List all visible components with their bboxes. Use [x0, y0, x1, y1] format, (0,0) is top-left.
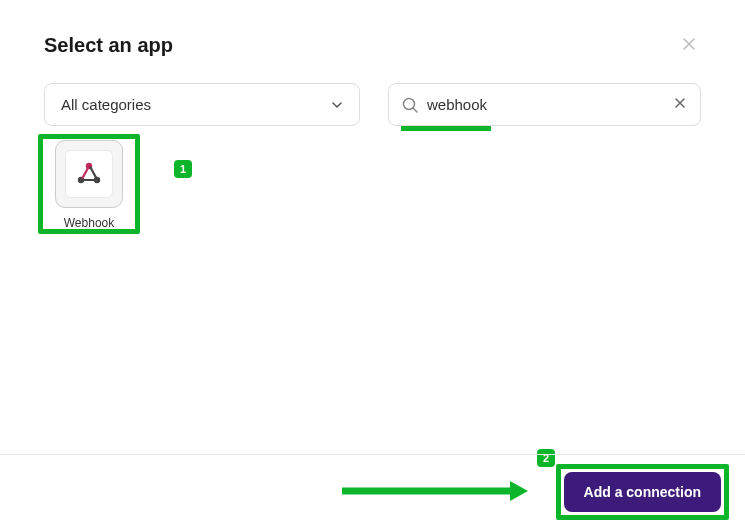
app-label: Webhook [44, 216, 134, 230]
clear-search-button[interactable] [672, 95, 688, 114]
category-dropdown[interactable]: All categories [44, 83, 360, 126]
search-icon [401, 96, 419, 114]
close-button[interactable] [677, 32, 701, 59]
close-icon [681, 36, 697, 52]
page-title: Select an app [44, 34, 173, 57]
annotation-underline [401, 126, 491, 131]
annotation-badge-1: 1 [174, 160, 192, 178]
chevron-down-icon [331, 99, 343, 111]
search-input[interactable] [427, 96, 664, 113]
app-tile [55, 140, 123, 208]
footer: Add a connection [0, 454, 745, 529]
webhook-icon [75, 160, 103, 188]
category-label: All categories [61, 96, 151, 113]
apps-grid: Webhook 1 [44, 140, 701, 230]
search-field-container [388, 83, 701, 126]
add-connection-button[interactable]: Add a connection [564, 472, 721, 512]
x-icon [674, 97, 686, 109]
app-card-webhook[interactable]: Webhook 1 [44, 140, 134, 230]
